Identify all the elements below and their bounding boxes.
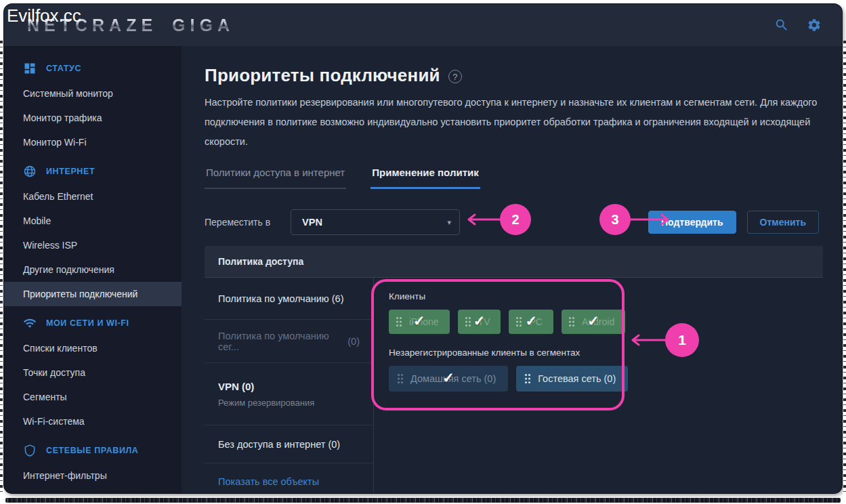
watermark-text: Evilfox.cc [7, 5, 81, 26]
check-icon: ✓ [587, 313, 599, 329]
sidebar-item-system-monitor[interactable]: Системный монитор [4, 81, 182, 106]
table-header: Политика доступа [205, 246, 823, 278]
dashboard-icon [23, 62, 37, 75]
segment-chips: Домашняя сеть (0) ✓ Гостевая сеть (0) [389, 366, 823, 392]
help-icon[interactable]: ? [448, 70, 462, 83]
table-row-show-all: Показать все объекты [205, 463, 373, 493]
sidebar-section-label: СТАТУС [46, 64, 81, 73]
tab-access-policies[interactable]: Политики доступа в интернет [205, 167, 346, 189]
shield-icon [23, 444, 37, 457]
search-icon[interactable] [774, 18, 789, 33]
client-chip-android[interactable]: Android ✓ [562, 310, 625, 334]
annotation-badge-1: 1 [665, 323, 699, 357]
tab-policy-application[interactable]: Применение политик [371, 167, 480, 189]
policy-table: Политика доступа Политика по умолчанию (… [205, 246, 823, 493]
app-window: NETCRAZE GIGA СТАТУС [4, 4, 842, 493]
move-to-dropdown[interactable]: VPN ▾ [291, 209, 460, 235]
client-chip-tv[interactable]: TV ✓ [458, 310, 501, 334]
page-frame: NETCRAZE GIGA СТАТУС [0, 0, 846, 504]
row-subtitle: Режим резервирования [218, 398, 360, 408]
annotation-arrow-3 [628, 211, 673, 228]
annotation-badge-3: 3 [599, 204, 631, 235]
drag-handle-icon[interactable] [568, 316, 575, 327]
drag-handle-icon[interactable] [515, 316, 522, 327]
row-title: Политика по умолчанию (6) [218, 293, 360, 304]
drag-handle-icon[interactable] [465, 316, 471, 327]
sidebar-item-traffic-monitor[interactable]: Монитор трафика [4, 106, 182, 130]
row-title: Политика по умолчанию сег... [218, 331, 347, 352]
sidebar-item-internet-filters[interactable]: Интернет-фильтры [4, 463, 182, 488]
sidebar-section-label: МОИ СЕТИ И WI-FI [46, 318, 129, 328]
chevron-down-icon: ▾ [448, 218, 452, 227]
segment-chip-guest-network[interactable]: Гостевая сеть (0) [516, 366, 628, 392]
table-row-default-policy-seg[interactable]: Политика по умолчанию сег... (0) [205, 320, 373, 363]
move-to-label: Переместить в [205, 217, 270, 228]
check-icon: ✓ [413, 313, 425, 329]
sidebar-section-internet: ИНТЕРНЕТ [4, 159, 182, 184]
gear-icon[interactable] [807, 18, 822, 33]
sidebar-section-label: ИНТЕРНЕТ [46, 167, 95, 176]
drag-handle-icon[interactable] [396, 316, 402, 327]
logo-secondary: GIGA [172, 16, 234, 35]
show-all-link[interactable]: Показать все объекты [218, 476, 360, 487]
annotation-badge-2: 2 [500, 204, 531, 235]
wifi-icon [23, 316, 37, 330]
sidebar-item-ethernet[interactable]: Кабель Ethernet [4, 184, 182, 209]
topbar-icons [774, 18, 822, 33]
main-content: Приоритеты подключений ? Настройте полит… [182, 46, 842, 493]
row-count: (0) [347, 336, 360, 347]
topbar: NETCRAZE GIGA [4, 4, 842, 46]
check-icon: ✓ [442, 370, 454, 386]
row-title: Без доступа в интернет (0) [218, 439, 360, 450]
clients-cell: Клиенты iPhone ✓ TV ✓ [374, 278, 823, 493]
sidebar-section-network-rules: СЕТЕВЫЕ ПРАВИЛА [4, 438, 182, 463]
sidebar-section-status: СТАТУС [4, 56, 182, 81]
annotation-arrow-2 [463, 211, 503, 228]
globe-icon [23, 165, 37, 178]
screenshot-edge-artifact [5, 498, 841, 503]
drag-handle-icon[interactable] [397, 373, 404, 384]
page-title: Приоритеты подключений [205, 65, 440, 86]
sidebar-item-wifi-monitor[interactable]: Монитор Wi-Fi [4, 130, 182, 154]
client-chip-iphone[interactable]: iPhone ✓ [389, 310, 450, 334]
sidebar-item-wifi-system[interactable]: Wi-Fi-система [4, 409, 182, 434]
chip-label: Гостевая сеть (0) [538, 373, 616, 384]
annotation-arrow-1 [627, 332, 668, 348]
sidebar-section-label: СЕТЕВЫЕ ПРАВИЛА [46, 446, 138, 455]
client-chips: iPhone ✓ TV ✓ PC [389, 310, 823, 334]
row-title: VPN (0) [218, 381, 360, 392]
sidebar-item-client-lists[interactable]: Списки клиентов [4, 336, 182, 360]
table-row-no-internet[interactable]: Без доступа в интернет (0) [205, 425, 373, 463]
check-icon: ✓ [473, 313, 486, 329]
sidebar-item-other-connections[interactable]: Другие подключения [4, 257, 182, 282]
segment-chip-home-network[interactable]: Домашняя сеть (0) ✓ [389, 366, 508, 392]
sidebar-item-segments[interactable]: Сегменты [4, 385, 182, 409]
tabs: Политики доступа в интернет Применение п… [205, 167, 823, 189]
sidebar-item-connection-priorities[interactable]: Приоритеты подключений [4, 282, 182, 306]
cancel-button[interactable]: Отменить [747, 211, 819, 234]
table-row-default-policy[interactable]: Политика по умолчанию (6) [205, 278, 373, 320]
drag-handle-icon[interactable] [524, 373, 531, 384]
table-row-vpn[interactable]: VPN (0) Режим резервирования [205, 363, 373, 425]
policy-column: Политика по умолчанию (6) Политика по ум… [205, 278, 374, 493]
move-to-value: VPN [302, 217, 322, 228]
screenshot-edge-artifact [843, 41, 846, 495]
client-chip-pc[interactable]: PC ✓ [509, 310, 553, 334]
sidebar-item-wireless-isp[interactable]: Wireless ISP [4, 233, 182, 257]
sidebar-item-mobile[interactable]: Mobile [4, 209, 182, 233]
check-icon: ✓ [525, 313, 537, 329]
sidebar-section-my-networks: МОИ СЕТИ И WI-FI [4, 310, 182, 336]
sidebar: СТАТУС Системный монитор Монитор трафика… [4, 46, 182, 493]
sidebar-item-access-points[interactable]: Точки доступа [4, 360, 182, 385]
clients-label: Клиенты [389, 291, 823, 301]
unregistered-clients-label: Незарегистрированные клиенты в сегментах [389, 348, 823, 358]
screenshot-edge-artifact [0, 41, 3, 495]
page-description: Настройте политики резервирования или мн… [205, 93, 818, 152]
